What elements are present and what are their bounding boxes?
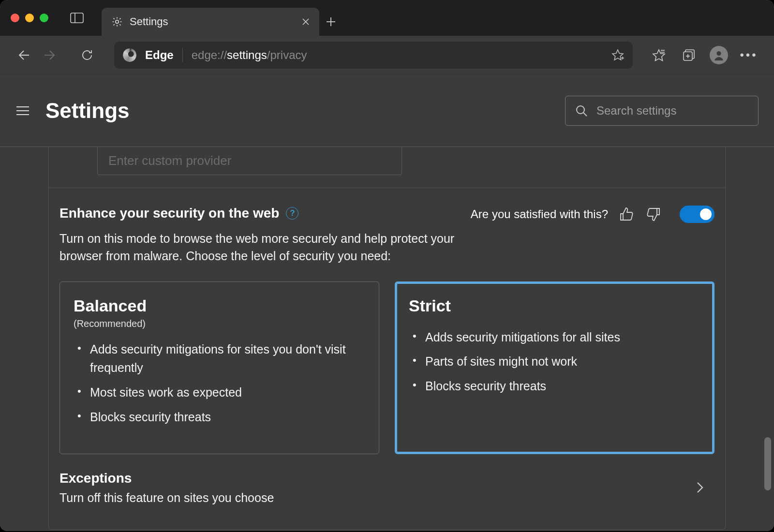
svg-marker-9 [612,50,623,60]
search-settings-box[interactable] [565,96,759,126]
tabstrip: Settings [102,0,342,36]
card-bullet: Blocks security threats [76,408,365,427]
exceptions-row[interactable]: Exceptions Turn off this feature on site… [60,454,714,520]
security-card-balanced[interactable]: Balanced (Recommended) Adds security mit… [60,281,379,454]
reload-button[interactable] [75,44,99,67]
search-settings-input[interactable] [596,104,748,118]
card-bullet: Most sites work as expected [76,383,365,402]
card-bullet: Blocks security threats [412,377,700,396]
tab-title: Settings [130,15,168,28]
card-bullet: Adds security mitigations for all sites [412,328,700,347]
tab-settings[interactable]: Settings [102,8,319,36]
avatar-icon [710,46,728,64]
section-title: Enhance your security on the web [60,206,279,221]
card-bullets: Adds security mitigations for sites you … [74,340,365,427]
minimize-window-button[interactable] [25,14,34,22]
window-controls [11,14,48,22]
svg-point-18 [717,51,721,56]
thumbs-up-button[interactable] [618,206,635,223]
maximize-window-button[interactable] [40,14,48,22]
exceptions-description: Turn off this feature on sites you choos… [60,491,274,505]
close-tab-button[interactable] [302,18,310,26]
address-url: edge://settings/privacy [192,48,307,62]
security-card-strict[interactable]: Strict Adds security mitigations for all… [395,281,714,454]
previous-section-footer: Enter custom provider [49,147,725,188]
svg-point-2 [116,20,119,23]
svg-rect-0 [71,13,83,23]
svg-marker-12 [653,50,665,61]
enhance-security-section: Enhance your security on the web ? Are y… [49,188,725,529]
search-icon [575,104,588,117]
address-brand: Edge [145,48,174,62]
section-header: Enhance your security on the web ? Are y… [60,206,714,223]
profile-button[interactable] [706,43,731,68]
svg-point-22 [577,106,584,114]
titlebar: Settings [0,0,774,36]
edge-logo-icon [123,48,136,62]
toolbar-actions: ••• [646,43,761,68]
browser-window: Settings Edge edge://settings/priva [0,0,774,531]
more-menu-button[interactable]: ••• [736,43,761,68]
settings-header: Settings [0,74,774,147]
favorite-star-button[interactable] [611,49,624,61]
settings-body: Enter custom provider Enhance your secur… [0,147,774,531]
enhance-security-toggle[interactable] [680,206,714,223]
security-level-cards: Balanced (Recommended) Adds security mit… [60,281,714,454]
favorites-button[interactable] [646,43,671,68]
new-tab-button[interactable] [319,8,342,36]
section-description: Turn on this mode to browse the web more… [60,230,461,265]
browser-toolbar: Edge edge://settings/privacy ••• [0,36,774,74]
page-title: Settings [45,99,130,123]
card-bullets: Adds security mitigations for all sites … [409,328,700,396]
card-subtitle: (Recommended) [74,318,365,329]
scrollbar[interactable] [761,147,774,531]
forward-button[interactable] [38,44,61,67]
help-icon[interactable]: ? [286,207,298,220]
back-button[interactable] [13,44,36,67]
custom-provider-input[interactable]: Enter custom provider [97,147,402,175]
card-bullet: Adds security mitigations for sites you … [76,340,365,378]
card-bullet: Parts of sites might not work [412,352,700,371]
card-title: Balanced [74,296,365,315]
scrollbar-thumb[interactable] [764,437,771,490]
chevron-right-icon [695,480,710,495]
feedback-prompt: Are you satisfied with this? [471,207,608,221]
address-separator [182,48,183,62]
tab-overview-button[interactable] [70,12,84,24]
address-bar[interactable]: Edge edge://settings/privacy [114,42,633,69]
gear-icon [111,16,123,28]
thumbs-down-button[interactable] [645,206,662,223]
hamburger-menu-button[interactable] [15,105,32,117]
settings-content: Enter custom provider Enhance your secur… [48,147,726,530]
collections-button[interactable] [676,43,701,68]
exceptions-title: Exceptions [60,471,274,486]
close-window-button[interactable] [11,14,19,22]
svg-line-23 [583,113,587,116]
card-title: Strict [409,296,700,315]
